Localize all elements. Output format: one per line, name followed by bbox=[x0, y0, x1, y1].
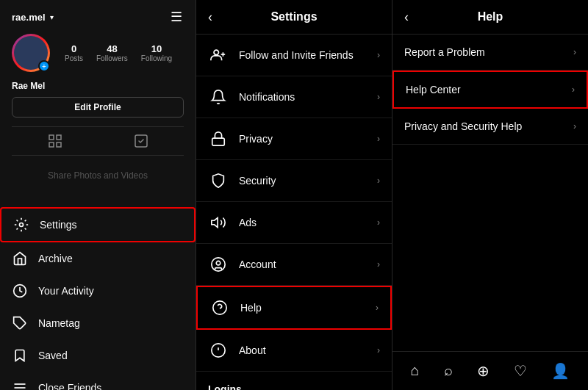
privacy-icon bbox=[208, 129, 229, 149]
following-count: 10 bbox=[151, 43, 162, 54]
logins-section-header: Logins bbox=[196, 372, 392, 390]
account-label: Account bbox=[239, 259, 377, 270]
display-name: Rae Mel bbox=[12, 81, 184, 91]
settings-item-privacy[interactable]: Privacy › bbox=[196, 118, 392, 160]
username: rae.mel bbox=[12, 12, 46, 23]
settings-header: ‹ Settings bbox=[196, 0, 392, 35]
menu-item-close-friends[interactable]: Close Friends bbox=[0, 372, 196, 390]
menu-item-activity[interactable]: Your Activity bbox=[0, 275, 196, 307]
settings-item-account[interactable]: Account › bbox=[196, 244, 392, 286]
nametag-icon bbox=[12, 315, 28, 331]
menu-item-settings[interactable]: Settings bbox=[0, 207, 196, 242]
edit-profile-button[interactable]: Edit Profile bbox=[12, 97, 184, 118]
help-item-center[interactable]: Help Center › bbox=[392, 71, 588, 109]
svg-point-17 bbox=[216, 261, 220, 265]
help-panel: ‹ Help Report a Problem › Help Center › … bbox=[392, 0, 588, 390]
posts-count: 0 bbox=[71, 43, 76, 54]
svg-point-5 bbox=[20, 223, 24, 227]
settings-item-follow[interactable]: Follow and Invite Friends › bbox=[196, 35, 392, 76]
plus-nav-icon-right[interactable]: ⊕ bbox=[471, 359, 495, 383]
search-nav-icon-right[interactable]: ⌕ bbox=[438, 359, 459, 383]
stat-followers: 48 Followers bbox=[96, 43, 128, 62]
chevron-icon: › bbox=[376, 303, 379, 313]
followers-count: 48 bbox=[107, 43, 117, 54]
svg-rect-1 bbox=[57, 135, 61, 140]
chevron-icon: › bbox=[573, 47, 576, 57]
following-label: Following bbox=[141, 54, 172, 62]
followers-label: Followers bbox=[96, 54, 128, 62]
help-center-label: Help Center bbox=[406, 84, 572, 95]
menu-item-saved[interactable]: Saved bbox=[0, 339, 196, 372]
profile-area: rae.mel ▾ ☰ + 0 Posts 48 Followers 1 bbox=[0, 0, 196, 201]
activity-icon bbox=[12, 283, 28, 299]
chevron-icon: › bbox=[377, 176, 380, 186]
security-label: Security bbox=[239, 175, 377, 187]
home-nav-icon-right[interactable]: ⌂ bbox=[405, 359, 426, 383]
activity-label: Your Activity bbox=[38, 285, 94, 297]
settings-item-notifications[interactable]: Notifications › bbox=[196, 76, 392, 118]
saved-label: Saved bbox=[38, 350, 68, 361]
grid-tabs bbox=[12, 126, 184, 156]
profile-top: rae.mel ▾ ☰ bbox=[12, 9, 184, 25]
username-row: rae.mel ▾ bbox=[12, 12, 54, 23]
chevron-icon: › bbox=[573, 121, 576, 131]
settings-item-security[interactable]: Security › bbox=[196, 160, 392, 202]
help-icon bbox=[209, 297, 230, 318]
heart-nav-icon-right[interactable]: ♡ bbox=[508, 359, 533, 383]
chevron-icon: › bbox=[377, 92, 380, 102]
svg-rect-0 bbox=[49, 135, 54, 140]
follow-icon bbox=[208, 45, 229, 65]
stat-following: 10 Following bbox=[141, 43, 172, 62]
notifications-icon bbox=[208, 87, 229, 107]
avatar: + bbox=[12, 34, 50, 72]
menu-item-archive[interactable]: Archive bbox=[0, 242, 196, 275]
saved-icon bbox=[12, 347, 28, 364]
settings-panel: ‹ Settings Follow and Invite Friends › N… bbox=[196, 0, 392, 390]
account-icon bbox=[208, 254, 229, 275]
privacy-security-label: Privacy and Security Help bbox=[404, 120, 573, 132]
menu-item-nametag[interactable]: Nametag bbox=[0, 307, 196, 339]
back-arrow-icon[interactable]: ‹ bbox=[208, 10, 212, 25]
settings-icon bbox=[13, 217, 29, 233]
close-friends-label: Close Friends bbox=[38, 382, 101, 390]
help-spacer bbox=[392, 145, 588, 351]
help-item-privacy-security[interactable]: Privacy and Security Help › bbox=[392, 109, 588, 145]
grid-tab[interactable] bbox=[12, 127, 98, 155]
nametag-label: Nametag bbox=[38, 317, 80, 329]
report-label: Report a Problem bbox=[404, 46, 573, 58]
help-back-arrow-icon[interactable]: ‹ bbox=[404, 10, 409, 25]
privacy-label: Privacy bbox=[239, 133, 377, 145]
svg-marker-15 bbox=[212, 218, 218, 228]
notifications-label: Notifications bbox=[239, 91, 377, 103]
archive-icon bbox=[12, 250, 28, 267]
follow-label: Follow and Invite Friends bbox=[239, 49, 377, 61]
help-item-report[interactable]: Report a Problem › bbox=[392, 35, 588, 71]
settings-item-help[interactable]: Help › bbox=[196, 286, 392, 330]
settings-item-about[interactable]: About › bbox=[196, 330, 392, 372]
settings-title: Settings bbox=[270, 10, 317, 24]
svg-rect-2 bbox=[49, 142, 54, 147]
tagged-tab[interactable] bbox=[98, 127, 184, 155]
chevron-icon: › bbox=[377, 50, 380, 60]
bottom-nav-right: ⌂ ⌕ ⊕ ♡ 👤 bbox=[392, 351, 588, 390]
chevron-icon: › bbox=[377, 134, 380, 144]
add-story-icon[interactable]: + bbox=[38, 60, 50, 72]
chevron-icon: › bbox=[377, 259, 380, 270]
profile-nav-icon-right[interactable]: 👤 bbox=[545, 359, 576, 383]
settings-label: Settings bbox=[40, 219, 77, 231]
chevron-icon: › bbox=[377, 345, 380, 355]
profile-info: + 0 Posts 48 Followers 10 Following bbox=[12, 34, 184, 72]
svg-point-18 bbox=[213, 301, 226, 314]
close-friends-icon bbox=[12, 380, 28, 390]
about-icon bbox=[208, 340, 229, 361]
chevron-icon: › bbox=[377, 217, 380, 228]
posts-label: Posts bbox=[65, 54, 83, 62]
help-header: ‹ Help bbox=[392, 0, 588, 35]
stats-row: 0 Posts 48 Followers 10 Following bbox=[65, 43, 172, 62]
hamburger-icon[interactable]: ☰ bbox=[171, 9, 184, 25]
about-label: About bbox=[239, 344, 377, 356]
chevron-down-icon[interactable]: ▾ bbox=[50, 13, 54, 21]
security-icon bbox=[208, 170, 229, 191]
share-photos-text: Share Photos and Videos bbox=[12, 156, 184, 195]
settings-item-ads[interactable]: Ads › bbox=[196, 202, 392, 244]
